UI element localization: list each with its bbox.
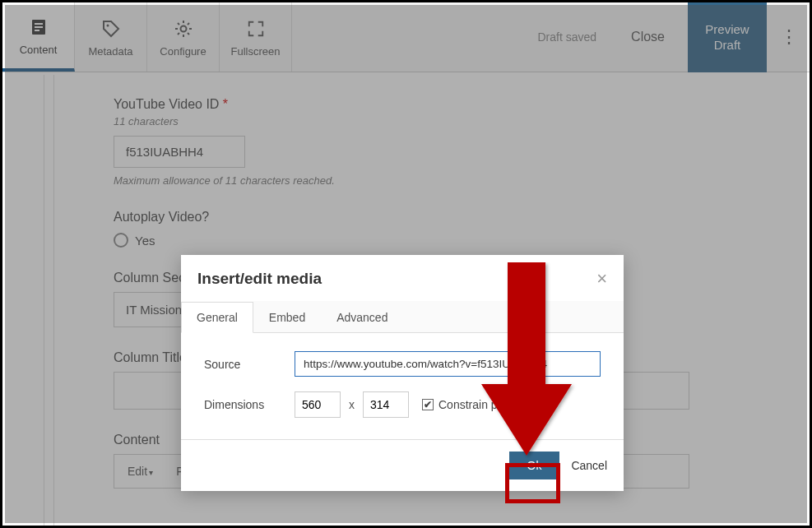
video-id-hint: 11 characters: [114, 115, 810, 127]
tab-configure-label: Configure: [160, 45, 206, 58]
article-icon: [29, 16, 49, 39]
dimensions-x: x: [341, 398, 363, 411]
more-menu-button[interactable]: ⋮: [775, 2, 803, 72]
tag-icon: [101, 17, 121, 40]
dialog-tab-advanced[interactable]: Advanced: [321, 302, 403, 333]
dialog-title: Insert/edit media: [197, 270, 322, 288]
gear-icon: [174, 17, 193, 40]
draft-saved-text: Draft saved: [527, 30, 609, 44]
top-toolbar: Content Metadata Configure Fullscreen Dr…: [2, 2, 810, 72]
toolbar-right: Draft saved Close Preview Draft ⋮: [527, 2, 810, 72]
radio-icon: [114, 233, 128, 248]
autoplay-yes-radio[interactable]: Yes: [114, 233, 155, 248]
tab-configure[interactable]: Configure: [147, 2, 220, 72]
autoplay-label: Autoplay Video?: [114, 210, 810, 225]
tab-metadata-label: Metadata: [88, 45, 132, 58]
tab-content-label: Content: [20, 44, 58, 56]
dialog-tab-embed[interactable]: Embed: [253, 302, 321, 333]
constrain-checkbox[interactable]: ✔ Constrain proportions: [422, 398, 549, 411]
tab-fullscreen-label: Fullscreen: [231, 45, 281, 58]
tab-metadata[interactable]: Metadata: [75, 2, 147, 72]
svg-rect-1: [35, 23, 43, 25]
required-star: *: [223, 97, 228, 111]
cancel-button[interactable]: Cancel: [571, 459, 607, 472]
close-button[interactable]: Close: [616, 21, 680, 53]
dimensions-label: Dimensions: [204, 398, 295, 411]
source-input[interactable]: [295, 351, 601, 377]
dialog-close-button[interactable]: ×: [596, 268, 607, 289]
video-id-label: YouTube Video ID *: [114, 97, 810, 112]
tab-content[interactable]: Content: [2, 2, 75, 72]
width-input[interactable]: [295, 391, 341, 418]
editor-menu-edit[interactable]: Edit▾: [128, 465, 153, 478]
caret-down-icon: ▾: [149, 468, 153, 477]
checkbox-checked-icon: ✔: [422, 399, 434, 410]
svg-point-5: [180, 25, 186, 31]
close-icon: ×: [596, 268, 607, 289]
svg-rect-2: [35, 26, 43, 28]
preview-draft-button[interactable]: Preview Draft: [688, 2, 767, 72]
dialog-tab-general[interactable]: General: [181, 302, 253, 333]
svg-rect-3: [35, 30, 39, 31]
dialog-tabs: General Embed Advanced: [181, 301, 624, 333]
fullscreen-icon: [247, 17, 265, 40]
insert-media-dialog: Insert/edit media × General Embed Advanc…: [181, 255, 624, 491]
source-label: Source: [204, 358, 295, 371]
svg-point-4: [106, 24, 109, 26]
height-input[interactable]: [363, 391, 409, 418]
ok-button[interactable]: Ok: [509, 452, 560, 479]
video-id-input[interactable]: [114, 136, 245, 168]
vertical-dots-icon: ⋮: [780, 26, 798, 48]
tab-fullscreen[interactable]: Fullscreen: [220, 2, 292, 72]
video-id-help: Maximum allowance of 11 characters reach…: [114, 174, 810, 187]
